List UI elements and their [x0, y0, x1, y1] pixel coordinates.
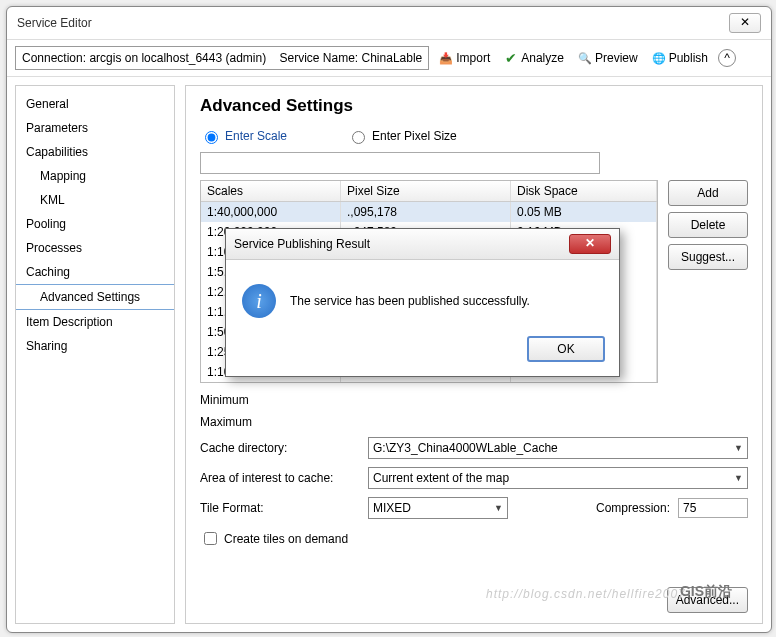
- aoi-combo[interactable]: Current extent of the map ▼: [368, 467, 748, 489]
- collapse-button[interactable]: ^: [718, 49, 736, 67]
- sidebar-item-capabilities[interactable]: Capabilities: [16, 140, 174, 164]
- table-cell: 1:40,000,000: [201, 202, 341, 222]
- publish-icon: 🌐: [652, 51, 666, 65]
- cache-dir-value: G:\ZY3_China4000WLable_Cache: [373, 441, 558, 455]
- sidebar: General Parameters Capabilities Mapping …: [15, 85, 175, 624]
- chevron-down-icon: ▼: [734, 443, 743, 453]
- import-button[interactable]: 📥 Import: [435, 49, 494, 67]
- check-icon: ✔: [504, 51, 518, 65]
- import-icon: 📥: [439, 51, 453, 65]
- table-actions: Add Delete Suggest...: [668, 152, 748, 383]
- suggest-button[interactable]: Suggest...: [668, 244, 748, 270]
- dialog-titlebar: Service Publishing Result ✕: [226, 229, 619, 260]
- chevron-down-icon: ▼: [734, 473, 743, 483]
- service-name-text: Service Name: ChinaLable: [280, 51, 423, 65]
- titlebar: Service Editor ✕: [7, 7, 771, 40]
- connection-text: Connection: arcgis on localhost_6443 (ad…: [22, 51, 266, 65]
- header-disk-space[interactable]: Disk Space: [511, 181, 657, 201]
- aoi-value: Current extent of the map: [373, 471, 509, 485]
- toolbar: Connection: arcgis on localhost_6443 (ad…: [7, 40, 771, 77]
- publish-label: Publish: [669, 51, 708, 65]
- sidebar-item-caching[interactable]: Caching: [16, 260, 174, 284]
- info-icon: i: [242, 284, 276, 318]
- analyze-button[interactable]: ✔ Analyze: [500, 49, 568, 67]
- header-pixel-size[interactable]: Pixel Size: [341, 181, 511, 201]
- panel-heading: Advanced Settings: [200, 96, 748, 116]
- dialog-message: The service has been published successfu…: [290, 294, 530, 308]
- tile-format-label: Tile Format:: [200, 501, 360, 515]
- minimum-label: Minimum: [200, 393, 249, 407]
- delete-button[interactable]: Delete: [668, 212, 748, 238]
- table-cell: .,095,178: [341, 202, 511, 222]
- compression-input[interactable]: [678, 498, 748, 518]
- create-tiles-checkbox[interactable]: [204, 532, 217, 545]
- table-cell: 0.05 MB: [511, 202, 657, 222]
- window-close-button[interactable]: ✕: [729, 13, 761, 33]
- radio-enter-scale[interactable]: Enter Scale: [200, 128, 287, 144]
- sidebar-item-general[interactable]: General: [16, 92, 174, 116]
- chevron-down-icon: ▼: [494, 503, 503, 513]
- table-row[interactable]: 1:40,000,000.,095,1780.05 MB: [201, 202, 657, 222]
- compression-label: Compression:: [596, 501, 670, 515]
- radio-enter-pixel[interactable]: Enter Pixel Size: [347, 128, 457, 144]
- sidebar-item-mapping[interactable]: Mapping: [16, 164, 174, 188]
- sidebar-item-processes[interactable]: Processes: [16, 236, 174, 260]
- watermark-brand: GIS前沿: [680, 583, 732, 601]
- preview-button[interactable]: 🔍 Preview: [574, 49, 642, 67]
- maximum-label: Maximum: [200, 415, 252, 429]
- publish-result-dialog: Service Publishing Result ✕ i The servic…: [225, 228, 620, 377]
- analyze-label: Analyze: [521, 51, 564, 65]
- sidebar-item-parameters[interactable]: Parameters: [16, 116, 174, 140]
- cache-dir-label: Cache directory:: [200, 441, 360, 455]
- header-scales[interactable]: Scales: [201, 181, 341, 201]
- radio-enter-scale-label: Enter Scale: [225, 129, 287, 143]
- cache-dir-combo[interactable]: G:\ZY3_China4000WLable_Cache ▼: [368, 437, 748, 459]
- tile-format-combo[interactable]: MIXED ▼: [368, 497, 508, 519]
- sidebar-item-sharing[interactable]: Sharing: [16, 334, 174, 358]
- connection-info: Connection: arcgis on localhost_6443 (ad…: [15, 46, 429, 70]
- sidebar-item-pooling[interactable]: Pooling: [16, 212, 174, 236]
- window-title: Service Editor: [17, 16, 92, 30]
- aoi-label: Area of interest to cache:: [200, 471, 360, 485]
- create-tiles-label: Create tiles on demand: [224, 532, 348, 546]
- publish-button[interactable]: 🌐 Publish: [648, 49, 712, 67]
- sidebar-item-kml[interactable]: KML: [16, 188, 174, 212]
- add-button[interactable]: Add: [668, 180, 748, 206]
- tile-format-value: MIXED: [373, 501, 411, 515]
- table-header: Scales Pixel Size Disk Space: [201, 181, 657, 202]
- scale-input[interactable]: [200, 152, 600, 174]
- dialog-close-button[interactable]: ✕: [569, 234, 611, 254]
- preview-label: Preview: [595, 51, 638, 65]
- radio-enter-pixel-input[interactable]: [352, 131, 365, 144]
- import-label: Import: [456, 51, 490, 65]
- dialog-title: Service Publishing Result: [234, 237, 370, 251]
- scale-mode-radios: Enter Scale Enter Pixel Size: [200, 128, 748, 144]
- radio-enter-pixel-label: Enter Pixel Size: [372, 129, 457, 143]
- sidebar-item-item-description[interactable]: Item Description: [16, 310, 174, 334]
- radio-enter-scale-input[interactable]: [205, 131, 218, 144]
- preview-icon: 🔍: [578, 51, 592, 65]
- ok-button[interactable]: OK: [527, 336, 605, 362]
- sidebar-item-advanced-settings[interactable]: Advanced Settings: [16, 284, 174, 310]
- watermark-text: http://blog.csdn.net/hellfire2007: [486, 587, 686, 601]
